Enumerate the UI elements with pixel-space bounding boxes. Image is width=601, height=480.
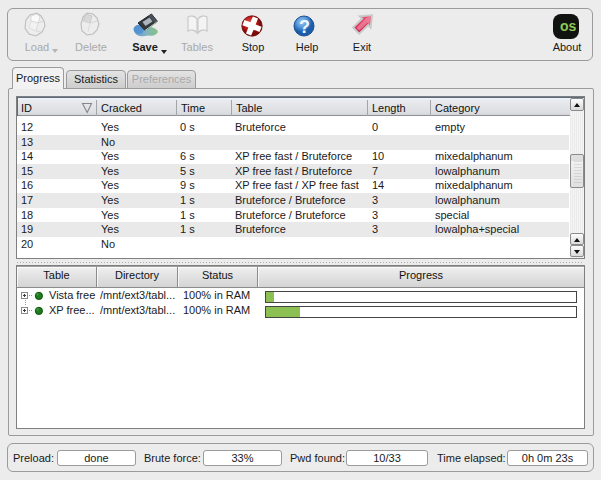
svg-text:?: ? [299, 17, 310, 37]
